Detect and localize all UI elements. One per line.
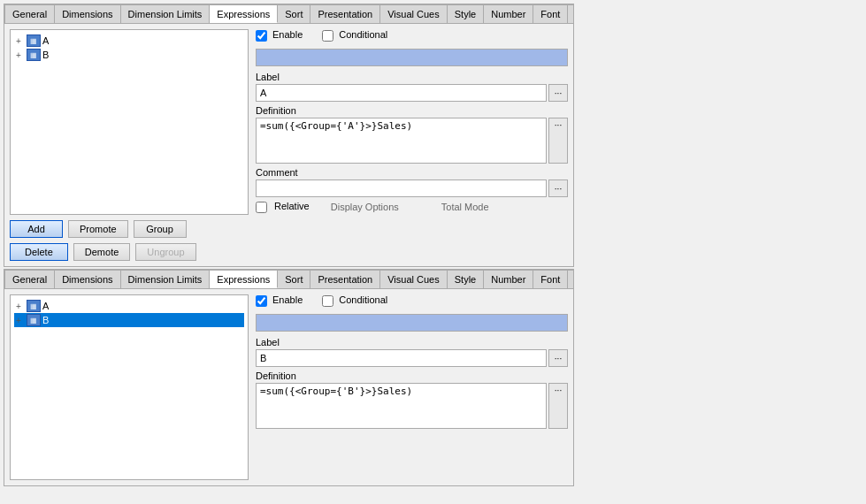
definition-wrapper-1: =sum({<Group={'A'}>}Sales) ··· xyxy=(256,118,568,164)
comment-input-1[interactable] xyxy=(256,179,547,197)
tab-general-1[interactable]: General xyxy=(4,4,55,23)
tab-number-1[interactable]: Number xyxy=(484,4,533,23)
label-dots-btn-2[interactable]: ··· xyxy=(548,349,568,367)
tree-item-A-1[interactable]: + ▦ A xyxy=(14,34,244,48)
definition-section-2: Definition =sum({<Group={'B'}>}Sales) ··… xyxy=(256,370,568,429)
bottom-row-1: Relative Display Options Total Mode xyxy=(256,201,568,213)
tree-item-A-2[interactable]: + ▦ A xyxy=(14,299,244,313)
tab-presentation-2[interactable]: Presentation xyxy=(310,270,380,288)
tab-expressions-1[interactable]: Expressions xyxy=(210,4,278,23)
ungroup-button-1[interactable]: Ungroup xyxy=(135,243,195,261)
tree-label-A-1: A xyxy=(42,35,49,46)
definition-input-2[interactable]: =sum({<Group={'B'}>}Sales) xyxy=(256,383,547,429)
definition-field-label-2: Definition xyxy=(256,370,568,381)
tree-label-A-2: A xyxy=(42,301,49,311)
relative-label-1: Relative xyxy=(274,201,310,211)
tab-dimension-limits-1[interactable]: Dimension Limits xyxy=(121,4,211,23)
tab-sort-2[interactable]: Sort xyxy=(278,270,310,288)
label-section-2: Label ··· xyxy=(256,337,568,367)
tree-icon-B-2: ▦ xyxy=(27,314,41,326)
comment-dots-btn-1[interactable]: ··· xyxy=(548,179,568,197)
conditional-checkbox-1[interactable] xyxy=(322,30,333,42)
label-section-1: Label ··· xyxy=(256,72,568,102)
expand-B-1[interactable]: + xyxy=(16,50,25,60)
label-input-2[interactable] xyxy=(256,349,547,367)
add-button-1[interactable]: Add xyxy=(10,220,63,238)
tab-font-2[interactable]: Font xyxy=(533,270,568,288)
expression-form-2: Enable Conditional Label ··· Definition … xyxy=(256,294,568,480)
label-dots-btn-1[interactable]: ··· xyxy=(548,84,568,102)
enable-label-1: Enable xyxy=(272,29,303,40)
tab-number-2[interactable]: Number xyxy=(484,270,533,288)
definition-input-1[interactable]: =sum({<Group={'A'}>}Sales) xyxy=(256,118,547,164)
tab-la-2[interactable]: La... xyxy=(568,270,573,288)
tab-general-2[interactable]: General xyxy=(4,270,55,288)
definition-dots-btn-1[interactable]: ··· xyxy=(548,118,568,164)
tree-item-B-1[interactable]: + ▦ B xyxy=(14,48,244,62)
expand-A-1[interactable]: + xyxy=(16,36,25,46)
tab-dimension-limits-2[interactable]: Dimension Limits xyxy=(121,270,211,288)
definition-dots-btn-2[interactable]: ··· xyxy=(548,383,568,429)
tab-style-2[interactable]: Style xyxy=(448,270,484,288)
enable-row-2: Enable Conditional xyxy=(256,294,568,307)
promote-button-1[interactable]: Promote xyxy=(68,220,128,238)
comment-section-1: Comment ··· xyxy=(256,167,568,197)
total-mode-1: Total Mode xyxy=(441,202,489,212)
label-input-1[interactable] xyxy=(256,84,547,102)
color-bar-2 xyxy=(256,314,568,332)
definition-wrapper-2: =sum({<Group={'B'}>}Sales) ··· xyxy=(256,383,568,429)
display-options-1: Display Options xyxy=(331,202,399,212)
tab-expressions-2[interactable]: Expressions xyxy=(210,270,278,288)
expand-B-2[interactable]: + xyxy=(16,316,25,325)
label-field-label-2: Label xyxy=(256,337,568,347)
enable-checkbox-2[interactable] xyxy=(256,295,267,307)
tab-font-1[interactable]: Font xyxy=(533,4,568,23)
conditional-label-2: Conditional xyxy=(339,294,387,305)
definition-field-label-1: Definition xyxy=(256,105,568,116)
button-row-1: Add Promote Group xyxy=(4,220,573,243)
demote-button-1[interactable]: Demote xyxy=(73,243,131,261)
tree-icon-A-1: ▦ xyxy=(27,34,41,47)
tab-sort-1[interactable]: Sort xyxy=(278,4,310,23)
tree-label-B-1: B xyxy=(42,50,49,60)
delete-button-1[interactable]: Delete xyxy=(10,243,68,261)
tree-icon-A-2: ▦ xyxy=(27,300,41,312)
tree-icon-B-1: ▦ xyxy=(27,49,41,61)
tab-presentation-1[interactable]: Presentation xyxy=(310,4,380,23)
color-bar-1 xyxy=(256,49,568,66)
enable-checkbox-1[interactable] xyxy=(256,30,267,42)
comment-field-label-1: Comment xyxy=(256,167,568,178)
enable-label-2: Enable xyxy=(272,294,303,305)
group-button-1[interactable]: Group xyxy=(134,220,187,238)
tab-visual-cues-2[interactable]: Visual Cues xyxy=(380,270,448,288)
panel1-content: + ▦ A + ▦ B Enable Conditional xyxy=(4,24,573,220)
definition-section-1: Definition =sum({<Group={'A'}>}Sales) ··… xyxy=(256,105,568,164)
tab-bar-1: General Dimensions Dimension Limits Expr… xyxy=(4,4,573,24)
tab-la-1[interactable]: La... xyxy=(568,4,573,23)
tab-dimensions-1[interactable]: Dimensions xyxy=(55,4,120,23)
panel2-content: + ▦ A + ▦ B Enable Conditional xyxy=(4,289,573,485)
tree-item-B-2[interactable]: + ▦ B xyxy=(14,313,244,327)
conditional-checkbox-2[interactable] xyxy=(322,295,333,307)
tree-label-B-2: B xyxy=(42,315,49,325)
expand-A-2[interactable]: + xyxy=(16,302,25,311)
tab-bar-2: General Dimensions Dimension Limits Expr… xyxy=(4,270,573,289)
tab-visual-cues-1[interactable]: Visual Cues xyxy=(380,4,448,23)
label-input-row-2: ··· xyxy=(256,349,568,367)
tab-dimensions-2[interactable]: Dimensions xyxy=(55,270,120,288)
relative-checkbox-1[interactable] xyxy=(256,202,267,213)
label-field-label-1: Label xyxy=(256,72,568,82)
tab-style-1[interactable]: Style xyxy=(448,4,484,23)
comment-input-row-1: ··· xyxy=(256,179,568,197)
conditional-label-1: Conditional xyxy=(339,29,387,40)
enable-row-1: Enable Conditional xyxy=(256,29,568,42)
label-input-row-1: ··· xyxy=(256,84,568,102)
button-row-2: Delete Demote Ungroup xyxy=(4,243,573,266)
expression-form-1: Enable Conditional Label ··· Definition … xyxy=(256,29,568,215)
expression-tree-1: + ▦ A + ▦ B xyxy=(10,29,249,215)
expression-tree-2: + ▦ A + ▦ B xyxy=(10,294,249,480)
